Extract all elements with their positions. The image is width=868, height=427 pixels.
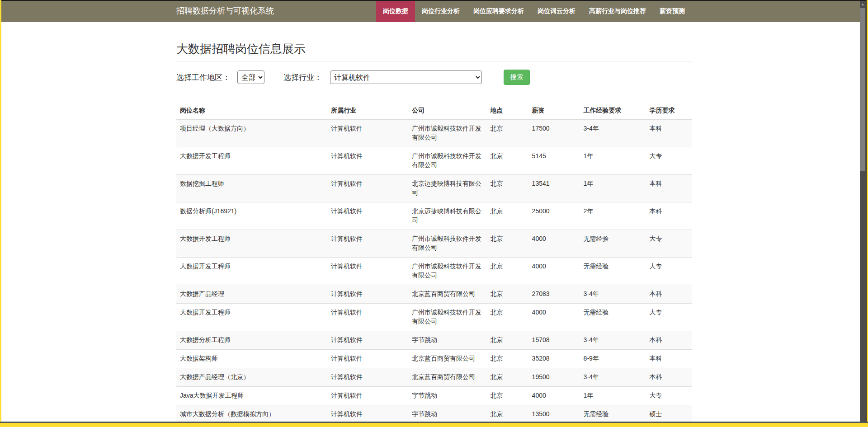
table-cell: 4000 [528, 303, 580, 331]
table-cell: 3-4年 [580, 368, 646, 386]
nav-list-item: 岗位数据 [376, 0, 415, 22]
table-cell: 大数据开发工程师 [176, 257, 327, 285]
table-head: 岗位名称所属行业公司地点薪资工作经验要求学历要求 [176, 103, 692, 119]
nav-list-item: 岗位行业分析 [415, 0, 467, 22]
table-header-row: 岗位名称所属行业公司地点薪资工作经验要求学历要求 [176, 103, 692, 119]
column-header-4: 薪资 [528, 103, 580, 119]
column-header-5: 工作经验要求 [580, 103, 646, 119]
table-cell: 大数据分析工程师 [176, 331, 327, 349]
table-row: 大数据开发工程师计算机软件广州市诚毅科技软件开发有限公司北京4000无需经验大专 [176, 230, 692, 257]
table-cell: 大数据产品经理 [176, 285, 327, 303]
table-cell: 大专 [646, 147, 692, 174]
table-cell: 大数据开发工程师 [176, 230, 327, 257]
window-border-top [0, 0, 868, 1]
filter-row: 选择工作地区： 全部 选择行业： 计算机软件 搜索 [176, 69, 692, 85]
nav-list-item: 薪资预测 [653, 0, 692, 22]
column-header-2: 公司 [408, 103, 486, 119]
table-cell: 项目经理（大数据方向） [176, 119, 327, 147]
table-cell: 计算机软件 [327, 147, 408, 174]
column-header-6: 学历要求 [646, 103, 692, 119]
nav-item-2[interactable]: 岗位应聘要求分析 [467, 0, 531, 22]
table-row: Java大数据开发工程师计算机软件字节跳动北京40001年大专 [176, 386, 692, 405]
table-cell: 计算机软件 [327, 119, 408, 147]
column-header-0: 岗位名称 [176, 103, 327, 119]
navbar: 招聘数据分析与可视化系统 岗位数据岗位行业分析岗位应聘要求分析岗位词云分析高薪行… [0, 0, 868, 22]
table-cell: 8-9年 [580, 349, 646, 368]
table-cell: 北京 [486, 331, 528, 349]
table-cell: 大专 [646, 230, 692, 257]
nav-list-item: 岗位词云分析 [531, 0, 582, 22]
table-row: 大数据分析工程师计算机软件字节跳动北京157083-4年本科 [176, 331, 692, 349]
table-cell: 字节跳动 [408, 405, 486, 423]
table-row: 数据挖掘工程师计算机软件北京迈捷映博科技有限公司北京135411年本科 [176, 174, 692, 202]
table-cell: 北京 [486, 119, 528, 147]
table-cell: 北京迈捷映博科技有限公司 [408, 174, 486, 202]
table-row: 项目经理（大数据方向）计算机软件广州市诚毅科技软件开发有限公司北京175003-… [176, 119, 692, 147]
table-cell: 北京 [486, 174, 528, 202]
scrollbar-thumb[interactable] [860, 8, 865, 171]
table-cell: 北京 [486, 230, 528, 257]
table-cell: 计算机软件 [327, 405, 408, 423]
region-filter-label: 选择工作地区： [176, 72, 230, 83]
nav-item-5[interactable]: 薪资预测 [653, 0, 692, 22]
table-cell: 大数据开发工程师 [176, 147, 327, 174]
table-cell: 北京 [486, 368, 528, 386]
table-cell: 大数据开发工程师 [176, 303, 327, 331]
table-cell: 计算机软件 [327, 257, 408, 285]
search-button[interactable]: 搜索 [504, 70, 530, 85]
table-cell: 本科 [646, 349, 692, 368]
table-cell: 15708 [528, 331, 580, 349]
table-row: 大数据开发工程师计算机软件广州市诚毅科技软件开发有限公司北京51451年大专 [176, 147, 692, 174]
table-cell: 数据分析师(J16921) [176, 202, 327, 230]
table-cell: 4000 [528, 386, 580, 405]
table-cell: 大专 [646, 386, 692, 405]
table-cell: 北京蓝百商贸有限公司 [408, 368, 486, 386]
navbar-inner: 招聘数据分析与可视化系统 岗位数据岗位行业分析岗位应聘要求分析岗位词云分析高薪行… [170, 0, 698, 22]
table-cell: 19500 [528, 368, 580, 386]
table-cell: 计算机软件 [327, 331, 408, 349]
table-cell: 大数据架构师 [176, 349, 327, 368]
table-row: 大数据产品经理计算机软件北京蓝百商贸有限公司北京270833-4年本科 [176, 285, 692, 303]
table-cell: 35208 [528, 349, 580, 368]
industry-select[interactable]: 计算机软件 [330, 70, 482, 84]
nav-item-0[interactable]: 岗位数据 [376, 0, 415, 22]
column-header-3: 地点 [486, 103, 528, 119]
scrollbar[interactable]: ▲ [860, 1, 866, 422]
table-cell: 广州市诚毅科技软件开发有限公司 [408, 303, 486, 331]
industry-filter-label: 选择行业： [283, 72, 322, 83]
table-cell: 1年 [580, 174, 646, 202]
table-cell: 北京 [486, 257, 528, 285]
table-body: 项目经理（大数据方向）计算机软件广州市诚毅科技软件开发有限公司北京175003-… [176, 119, 692, 427]
table-cell: 5145 [528, 147, 580, 174]
region-select[interactable]: 全部 [237, 70, 264, 84]
table-row: 大数据架构师计算机软件北京蓝百商贸有限公司北京352088-9年本科 [176, 349, 692, 368]
table-row: 大数据产品经理（北京）计算机软件北京蓝百商贸有限公司北京195003-4年本科 [176, 368, 692, 386]
navbar-brand[interactable]: 招聘数据分析与可视化系统 [176, 0, 274, 22]
nav-item-4[interactable]: 高薪行业与岗位推荐 [582, 0, 653, 22]
table-cell: 北京 [486, 303, 528, 331]
table-cell: 大专 [646, 303, 692, 331]
scroll-up-icon[interactable]: ▲ [860, 1, 866, 8]
table-row: 大数据开发工程师计算机软件广州市诚毅科技软件开发有限公司北京4000无需经验大专 [176, 303, 692, 331]
table-cell: 本科 [646, 368, 692, 386]
nav-item-1[interactable]: 岗位行业分析 [415, 0, 467, 22]
table-cell: 本科 [646, 285, 692, 303]
table-cell: 城市大数据分析（数据模拟方向） [176, 405, 327, 423]
table-cell: 大专 [646, 257, 692, 285]
table-cell: 计算机软件 [327, 386, 408, 405]
table-cell: 计算机软件 [327, 230, 408, 257]
table-row: 数据分析师(J16921)计算机软件北京迈捷映博科技有限公司北京250002年本… [176, 202, 692, 230]
column-header-1: 所属行业 [327, 103, 408, 119]
table-cell: 字节跳动 [408, 331, 486, 349]
table-cell: 计算机软件 [327, 174, 408, 202]
table-cell: 计算机软件 [327, 303, 408, 331]
table-cell: 本科 [646, 202, 692, 230]
nav-item-3[interactable]: 岗位词云分析 [531, 0, 582, 22]
table-cell: 北京 [486, 147, 528, 174]
table-cell: 3-4年 [580, 285, 646, 303]
table-cell: 北京 [486, 202, 528, 230]
table-cell: 北京蓝百商贸有限公司 [408, 349, 486, 368]
table-cell: 数据挖掘工程师 [176, 174, 327, 202]
table-cell: 广州市诚毅科技软件开发有限公司 [408, 119, 486, 147]
table-cell: 1年 [580, 386, 646, 405]
